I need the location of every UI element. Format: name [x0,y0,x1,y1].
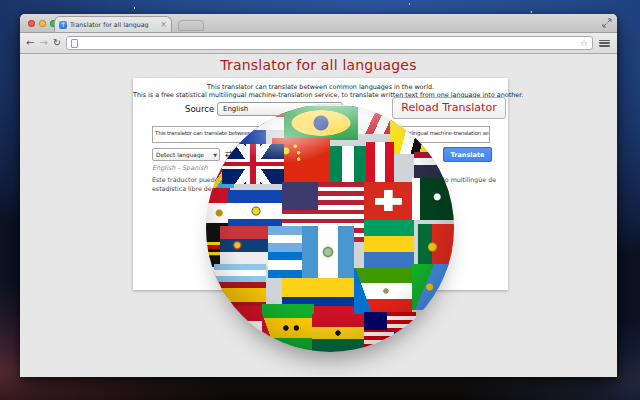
translate-button[interactable]: Translate [443,147,492,162]
tab-title: Translator for all languag [70,21,149,28]
menu-icon[interactable] [598,38,611,49]
page-title: Translator for all languages [20,57,617,73]
desktop-wallpaper: T Translator for all languag × ← → ↻ ☆ T… [0,0,640,400]
tab-favicon-icon: T [59,21,67,29]
window-controls [28,20,57,27]
bookmark-star-icon[interactable]: ☆ [580,39,588,48]
browser-toolbar: ← → ↻ ☆ [20,33,617,54]
back-icon[interactable]: ← [26,38,34,48]
tab-close-icon[interactable]: × [160,21,167,29]
tab-strip: T Translator for all languag × [20,14,617,33]
page-icon [71,39,78,48]
chevron-down-icon: ▼ [213,152,217,158]
intro-line-1: This translator can translate between co… [133,83,508,91]
flag-globe [206,104,454,352]
address-bar[interactable]: ☆ [66,36,593,50]
reload-icon[interactable]: ↻ [53,38,61,48]
source-label: Source [185,104,214,114]
france-flag [394,332,442,352]
reload-translator-button[interactable]: Reload Translator [392,97,506,119]
detect-language-value: Detect language [156,152,213,158]
page-viewport: Translator for all languages This transl… [20,54,617,376]
detect-language-select[interactable]: Detect language ▼ [152,148,220,161]
fullscreen-icon[interactable] [602,18,612,28]
language-pair-label: English - Spanish [152,164,208,172]
globe-shading [206,104,454,352]
browser-tab[interactable]: T Translator for all languag × [54,16,172,32]
new-tab-button[interactable] [178,20,204,31]
forward-icon[interactable]: → [39,38,47,48]
browser-window: T Translator for all languag × ← → ↻ ☆ T… [20,14,617,377]
close-window-button[interactable] [28,20,35,27]
minimize-window-button[interactable] [39,20,46,27]
